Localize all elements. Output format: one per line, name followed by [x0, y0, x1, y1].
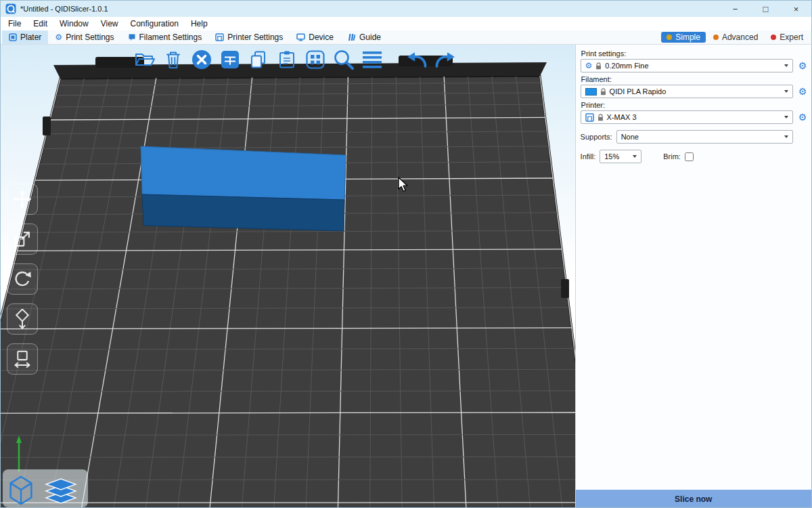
mode-advanced[interactable]: Advanced	[708, 32, 763, 43]
filament-gear-button[interactable]: ⚙	[797, 87, 808, 96]
gizmo-toolbar	[7, 184, 38, 375]
arrange-icon[interactable]	[219, 47, 242, 72]
print-settings-icon: ⚙	[55, 33, 62, 41]
titlebar: *Untitled - QIDISlicer-1.0.1 − □ ×	[1, 1, 811, 17]
mode-label: Advanced	[722, 33, 758, 42]
tab-label: Filament Settings	[139, 33, 202, 42]
gear-icon: ⚙	[585, 62, 593, 70]
filament-combo[interactable]: QIDI PLA Rapido	[581, 85, 793, 98]
sidebar-content: Print settings: ⚙ 0.20mm Fine ⚙ Filament…	[576, 45, 811, 163]
window-controls: − □ ×	[720, 1, 811, 17]
tab-printer-settings[interactable]: Printer Settings	[208, 30, 290, 44]
split-to-objects-icon[interactable]	[304, 47, 327, 72]
variable-layer-height-icon[interactable]	[361, 47, 384, 72]
tab-label: Print Settings	[66, 33, 114, 42]
sidebar: Print settings: ⚙ 0.20mm Fine ⚙ Filament…	[575, 45, 811, 508]
printer-combo[interactable]: X-MAX 3	[581, 110, 793, 124]
filament-value: QIDI PLA Rapido	[610, 87, 667, 96]
chevron-down-icon	[784, 64, 788, 67]
lock-icon	[595, 62, 602, 70]
printer-value: X-MAX 3	[607, 113, 637, 121]
preview-icon[interactable]	[42, 473, 80, 506]
tabbar: Plater ⚙ Print Settings Filament Setting…	[1, 30, 811, 45]
redo-icon[interactable]	[434, 47, 457, 72]
tab-plater[interactable]: Plater	[2, 30, 48, 44]
supports-label: Supports:	[581, 133, 612, 141]
infill-brim-row: Infill: 15% Brim:	[581, 150, 808, 163]
mode-selector: Simple Advanced Expert	[661, 30, 811, 44]
scale-icon[interactable]	[7, 224, 38, 255]
app-icon	[5, 3, 16, 14]
tab-print-settings[interactable]: ⚙ Print Settings	[48, 30, 120, 44]
printer-label: Printer:	[581, 101, 808, 109]
tab-guide[interactable]: Guide	[340, 30, 388, 44]
viewport-toolbar	[133, 47, 457, 72]
plater-icon	[9, 33, 17, 41]
supports-value: None	[621, 133, 639, 141]
menu-file[interactable]: File	[2, 19, 27, 28]
chevron-down-icon	[784, 135, 788, 138]
brim-checkbox[interactable]	[685, 152, 694, 161]
chevron-down-icon	[633, 155, 637, 158]
filament-label: Filament:	[581, 75, 808, 83]
menu-edit[interactable]: Edit	[27, 19, 53, 28]
rotate-icon[interactable]	[7, 263, 38, 295]
close-button[interactable]: ×	[781, 1, 811, 17]
delete-all-icon[interactable]	[190, 47, 213, 72]
menu-window[interactable]: Window	[53, 19, 95, 28]
mode-simple[interactable]: Simple	[661, 32, 706, 43]
device-icon	[296, 33, 305, 41]
print-settings-row: ⚙ 0.20mm Fine ⚙	[581, 59, 808, 72]
minimize-button[interactable]: −	[720, 1, 750, 17]
viewport-canvas[interactable]	[1, 45, 575, 508]
printer-icon	[585, 113, 594, 122]
menu-help[interactable]: Help	[185, 19, 214, 28]
print-settings-value: 0.20mm Fine	[605, 62, 648, 70]
mode-label: Simple	[675, 33, 700, 42]
menu-configuration[interactable]: Configuration	[125, 19, 185, 28]
printer-gear-button[interactable]: ⚙	[797, 112, 808, 122]
infill-value: 15%	[604, 152, 619, 161]
mode-label: Expert	[780, 33, 803, 42]
tab-label: Plater	[20, 33, 41, 42]
build-plate[interactable]	[1, 45, 575, 508]
app-window: *Untitled - QIDISlicer-1.0.1 − □ × File …	[0, 0, 812, 508]
print-settings-gear-button[interactable]: ⚙	[797, 61, 808, 70]
chevron-down-icon	[784, 90, 788, 93]
simple-dot-icon	[667, 35, 672, 40]
tab-device[interactable]: Device	[290, 30, 340, 44]
tab-label: Guide	[359, 33, 381, 42]
place-on-face-icon[interactable]	[7, 303, 38, 335]
slice-now-button[interactable]: Slice now	[576, 490, 811, 508]
tab-filament-settings[interactable]: Filament Settings	[121, 30, 209, 44]
cut-icon[interactable]	[7, 343, 38, 375]
search-icon[interactable]	[332, 47, 355, 72]
lock-icon	[597, 114, 604, 121]
copy-icon[interactable]	[247, 47, 270, 72]
print-settings-label: Print settings:	[581, 49, 808, 58]
lock-icon	[600, 88, 606, 96]
tab-label: Printer Settings	[227, 33, 283, 42]
supports-combo[interactable]: None	[616, 130, 793, 144]
menu-view[interactable]: View	[95, 19, 125, 28]
mode-expert[interactable]: Expert	[765, 32, 809, 43]
main-area: Print settings: ⚙ 0.20mm Fine ⚙ Filament…	[1, 45, 811, 508]
delete-icon[interactable]	[162, 47, 185, 72]
3d-editor-icon[interactable]	[5, 472, 37, 506]
expert-dot-icon	[771, 35, 776, 40]
infill-combo[interactable]: 15%	[600, 150, 641, 163]
paste-icon[interactable]	[275, 47, 298, 72]
filament-settings-icon	[128, 33, 136, 41]
maximize-button[interactable]: □	[750, 1, 781, 17]
menubar: File Edit Window View Configuration Help	[1, 17, 811, 30]
printer-row: X-MAX 3 ⚙	[581, 110, 808, 124]
filament-color-swatch	[585, 88, 597, 96]
open-icon[interactable]	[133, 47, 156, 72]
chevron-down-icon	[784, 116, 788, 119]
view-toolbar	[3, 469, 88, 507]
guide-icon	[347, 33, 356, 41]
print-settings-combo[interactable]: ⚙ 0.20mm Fine	[581, 59, 793, 72]
undo-icon[interactable]	[405, 47, 428, 72]
supports-row: Supports: None	[581, 130, 808, 144]
move-icon[interactable]	[7, 184, 38, 215]
